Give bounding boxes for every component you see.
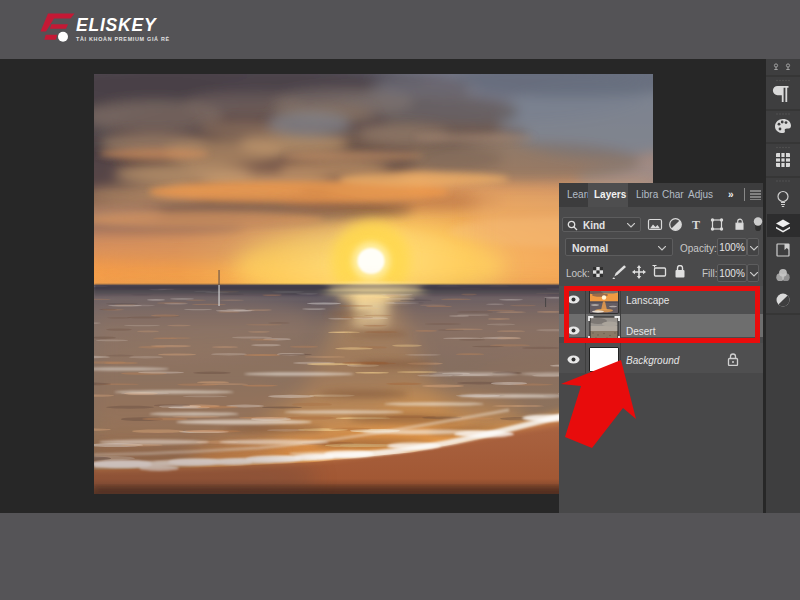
- svg-text:ELISKEY: ELISKEY: [76, 15, 157, 35]
- svg-text:TÀI KHOẢN PREMIUM GIÁ RẺ: TÀI KHOẢN PREMIUM GIÁ RẺ: [76, 36, 170, 42]
- svg-text:T: T: [692, 218, 700, 232]
